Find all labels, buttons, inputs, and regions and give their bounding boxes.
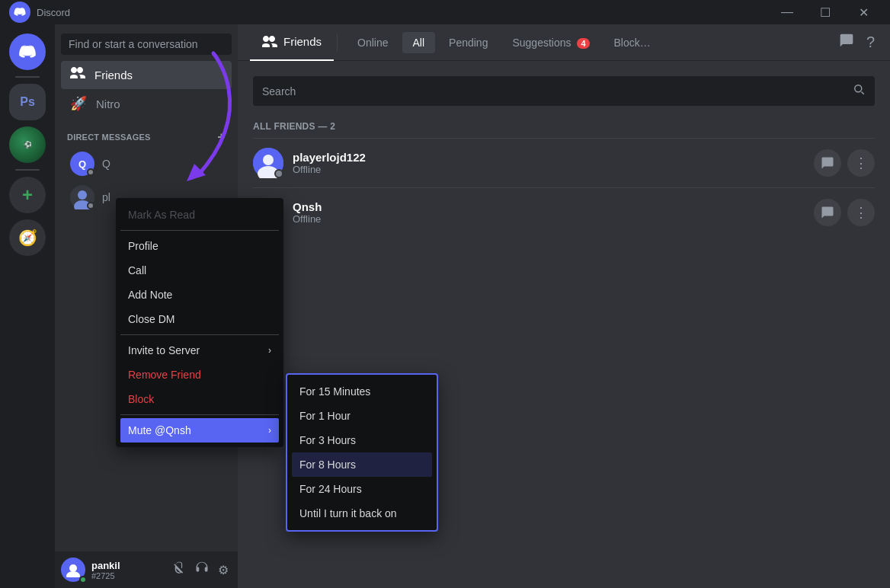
maximize-button[interactable]: ☐ <box>808 0 843 24</box>
server-sidebar: Ps ⚽ + 🧭 <box>0 24 55 588</box>
server-divider <box>15 76 40 78</box>
ctx-separator-3 <box>120 414 279 415</box>
ctx-invite-chevron: › <box>268 345 271 356</box>
dm-name-pl: pl <box>102 191 110 203</box>
add-server-button[interactable]: + <box>9 177 46 213</box>
message-friend-1-button[interactable] <box>814 149 841 177</box>
mute-button[interactable] <box>169 558 189 581</box>
ctx-invite-to-server[interactable]: Invite to Server › <box>120 338 279 363</box>
ctx-profile[interactable]: Profile <box>120 234 279 258</box>
ctx-add-note[interactable]: Add Note <box>120 283 279 307</box>
friend-name-qnsh: Qnsh <box>293 200 814 213</box>
friends-search-input[interactable] <box>262 85 846 97</box>
ctx-separator-2 <box>120 334 279 335</box>
svg-point-3 <box>69 564 77 572</box>
nitro-label: Nitro <box>96 97 120 110</box>
more-options-1-button[interactable]: ⋮ <box>847 149 875 177</box>
user-info: pankil #2725 <box>91 560 163 580</box>
inbox-button[interactable] <box>836 30 857 55</box>
server-divider-2 <box>15 169 40 171</box>
dm-name-q: Q <box>102 158 110 170</box>
search-icon <box>852 82 866 100</box>
discord-logo <box>9 2 30 23</box>
submenu-3hours[interactable]: For 3 Hours <box>292 428 432 452</box>
ctx-block[interactable]: Block <box>120 387 279 411</box>
close-button[interactable]: ✕ <box>846 0 881 24</box>
ctx-close-dm[interactable]: Close DM <box>120 307 279 331</box>
dm-avatar-pl <box>70 185 94 209</box>
friend-status-playerlojd122: Offline <box>293 164 814 175</box>
friends-label: Friends <box>94 69 133 81</box>
minimize-button[interactable]: — <box>770 0 805 24</box>
submenu-1hour[interactable]: For 1 Hour <box>292 404 432 428</box>
friend-row-qnsh[interactable]: Qnsh Offline ⋮ <box>253 187 875 237</box>
ctx-mark-as-read[interactable]: Mark As Read <box>120 203 279 227</box>
server-icon-fifa[interactable]: ⚽ <box>9 126 46 163</box>
username-label: pankil <box>91 560 163 571</box>
home-button[interactable] <box>9 34 46 70</box>
tab-blocked[interactable]: Block… <box>603 32 661 53</box>
friend-info-playerlojd122: playerlojd122 Offline <box>293 151 814 175</box>
ctx-mute-chevron: › <box>268 425 271 436</box>
context-menu: Mark As Read Profile Call Add Note Close… <box>116 198 283 447</box>
friend-actions-1: ⋮ <box>814 149 875 177</box>
user-tag-label: #2725 <box>91 571 163 580</box>
dm-item-q[interactable]: Q Q <box>61 147 232 181</box>
status-dot-q <box>87 168 94 176</box>
top-bar-actions: ? <box>836 30 878 55</box>
friend-avatar-playerlojd122 <box>253 148 283 178</box>
ctx-mute[interactable]: Mute @Qnsh › <box>120 418 279 443</box>
friend-status-qnsh: Offline <box>293 213 814 225</box>
suggestions-badge: 4 <box>577 38 589 49</box>
message-friend-2-button[interactable] <box>814 199 841 226</box>
friend-actions-2: ⋮ <box>814 199 875 226</box>
user-panel: pankil #2725 ⚙ <box>55 551 238 588</box>
friends-search-bar[interactable] <box>253 76 875 106</box>
svg-point-1 <box>78 190 87 200</box>
deafen-button[interactable] <box>192 558 212 581</box>
tab-all[interactable]: All <box>402 32 436 53</box>
ctx-call[interactable]: Call <box>120 258 279 283</box>
friends-icon <box>70 67 85 83</box>
submenu-15min[interactable]: For 15 Minutes <box>292 379 432 404</box>
window-controls: — ☐ ✕ <box>770 0 881 24</box>
tab-friends[interactable]: Friends <box>250 24 334 61</box>
app-title: Discord <box>37 7 70 18</box>
user-status-dot <box>79 576 87 583</box>
user-controls: ⚙ <box>169 558 232 581</box>
tab-divider <box>337 34 338 52</box>
friend-name-playerlojd122: playerlojd122 <box>293 151 814 164</box>
ctx-separator-1 <box>120 230 279 231</box>
dm-section-header: DIRECT MESSAGES + <box>55 118 238 147</box>
submenu-toggle[interactable]: Until I turn it back on <box>292 501 432 526</box>
submenu-24hours[interactable]: For 24 Hours <box>292 477 432 501</box>
tab-online[interactable]: Online <box>347 32 399 53</box>
search-box[interactable]: Find or start a conversation <box>61 34 232 55</box>
submenu-8hours[interactable]: For 8 Hours <box>292 452 432 477</box>
user-avatar <box>61 558 85 582</box>
dm-section-label: DIRECT MESSAGES <box>67 133 151 142</box>
friend-row-playerlojd122[interactable]: playerlojd122 Offline ⋮ <box>253 138 875 187</box>
sidebar-item-friends[interactable]: Friends <box>61 61 232 89</box>
more-options-2-button[interactable]: ⋮ <box>847 199 875 226</box>
title-bar: Discord — ☐ ✕ <box>0 0 890 24</box>
dm-avatar-q: Q <box>70 152 94 176</box>
tab-pending[interactable]: Pending <box>438 32 498 53</box>
friend-status-dot-1 <box>274 169 283 178</box>
nitro-icon: 🚀 <box>70 95 87 112</box>
tab-suggestions[interactable]: Suggestions 4 <box>501 32 600 53</box>
settings-button[interactable]: ⚙ <box>215 558 232 581</box>
ctx-remove-friend[interactable]: Remove Friend <box>120 363 279 387</box>
explore-button[interactable]: 🧭 <box>9 219 46 256</box>
friends-tab-label: Friends <box>283 35 322 48</box>
search-placeholder: Find or start a conversation <box>69 38 198 50</box>
add-dm-button[interactable]: + <box>217 130 226 144</box>
friend-info-qnsh: Qnsh Offline <box>293 200 814 225</box>
svg-point-6 <box>263 155 274 165</box>
server-icon-ps[interactable]: Ps <box>9 84 46 120</box>
friends-nav: Online All Pending Suggestions 4 Block… <box>341 32 668 53</box>
status-dot-pl <box>87 202 94 209</box>
help-button[interactable]: ? <box>863 30 878 55</box>
sidebar-item-nitro[interactable]: 🚀 Nitro <box>61 89 232 118</box>
svg-point-4 <box>66 571 80 577</box>
